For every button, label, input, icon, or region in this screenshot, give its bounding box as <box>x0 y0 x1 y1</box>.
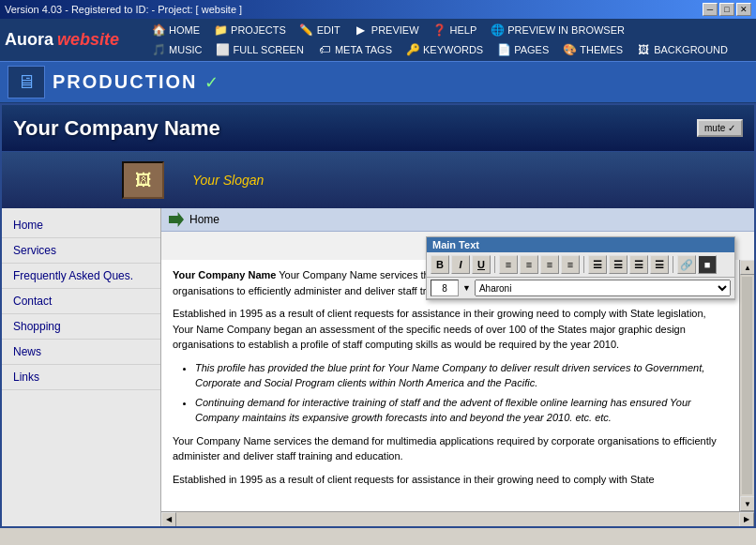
nav-home[interactable]: Home <box>2 213 160 238</box>
editor-panel: Home Main Text B I U ≡ ≡ ≡ ≡ <box>161 208 754 526</box>
scroll-left-button[interactable]: ◀ <box>161 512 176 527</box>
maximize-button[interactable]: □ <box>719 3 734 16</box>
background-button[interactable]: 🖼 BACKGROUND <box>632 41 732 58</box>
logo-website: website <box>57 30 119 50</box>
content-para-4: Established in 1995 as a result of clien… <box>173 472 728 488</box>
preview-browser-button[interactable]: 🌐 PREVIEW IN BROWSER <box>486 22 628 38</box>
preview-icon: ▶ <box>354 23 369 38</box>
projects-icon: 📁 <box>213 23 228 38</box>
content-list-item-2: Continuing demand for interactive traini… <box>195 395 728 426</box>
main-area: Your Company Name mute ✓ 🖼 Your Slogan H… <box>0 103 756 528</box>
text-format-toolbar: B I U ≡ ≡ ≡ ≡ ☰ ☰ ☰ ☰ 🔗 <box>427 252 734 278</box>
music-button[interactable]: 🎵 MUSIC <box>147 41 205 58</box>
edit-icon: ✏️ <box>299 23 314 38</box>
slogan-text: Your Slogan <box>192 173 264 188</box>
home-button[interactable]: 🏠 HOME <box>147 22 204 38</box>
horizontal-scrollbar[interactable]: ◀ ▶ <box>161 511 754 526</box>
font-select[interactable]: Aharoni Arial Times New Roman <box>475 280 731 296</box>
projects-button[interactable]: 📁 PROJECTS <box>209 22 290 38</box>
keywords-icon: 🔑 <box>405 42 420 57</box>
themes-button[interactable]: 🎨 THEMES <box>558 41 627 58</box>
link-button[interactable]: 🔗 <box>677 255 696 274</box>
underline-button[interactable]: U <box>472 255 491 274</box>
align-right-button[interactable]: ≡ <box>540 255 559 274</box>
nav-sidebar: Home Services Frequently Asked Ques. Con… <box>2 208 161 526</box>
scroll-thumb[interactable] <box>742 277 752 494</box>
content-para-3: Your Company Name services the demand fo… <box>173 433 728 464</box>
title-bar-label: Version 4.03 - Registered to ID: - Proje… <box>5 4 242 15</box>
nav-shopping[interactable]: Shopping <box>2 314 160 340</box>
italic-button[interactable]: I <box>451 255 470 274</box>
separator-2 <box>583 256 584 273</box>
fullscreen-icon: ⬜ <box>216 42 231 57</box>
app-logo: Auora website <box>5 30 119 50</box>
toolbar-buttons: 🏠 HOME 📁 PROJECTS ✏️ EDIT ▶ PREVIEW ❓ HE… <box>147 22 732 58</box>
font-size-arrow[interactable]: ▼ <box>462 283 471 293</box>
text-editor-title: Main Text <box>427 237 734 252</box>
list-button-3[interactable]: ☰ <box>629 255 648 274</box>
help-button[interactable]: ❓ HELP <box>429 22 481 38</box>
meta-tags-button[interactable]: 🏷 META TAGS <box>313 41 396 58</box>
nav-news[interactable]: News <box>2 340 160 365</box>
edit-button[interactable]: ✏️ EDIT <box>295 22 344 38</box>
align-left-button[interactable]: ≡ <box>499 255 518 274</box>
browser-icon: 🌐 <box>490 23 505 38</box>
align-center-button[interactable]: ≡ <box>520 255 538 274</box>
toolbar-row-2: 🎵 MUSIC ⬜ FULL SCREEN 🏷 META TAGS 🔑 KEYW… <box>147 41 732 58</box>
font-size-input[interactable] <box>431 280 459 296</box>
background-icon: 🖼 <box>636 42 651 57</box>
bold-button[interactable]: B <box>431 255 449 274</box>
fullscreen-button[interactable]: ⬜ FULL SCREEN <box>212 41 308 58</box>
breadcrumb-label: Home <box>189 213 219 226</box>
media-area: 🖼 Your Slogan <box>2 152 754 208</box>
align-justify-button[interactable]: ≡ <box>561 255 580 274</box>
music-icon: 🎵 <box>151 42 166 57</box>
content-body: Home Services Frequently Asked Ques. Con… <box>2 208 754 526</box>
title-bar: Version 4.03 - Registered to ID: - Proje… <box>0 0 756 19</box>
list-button-2[interactable]: ☰ <box>609 255 627 274</box>
keywords-button[interactable]: 🔑 KEYWORDS <box>401 41 487 58</box>
home-icon: 🏠 <box>151 23 166 38</box>
color-button[interactable]: ■ <box>698 255 717 274</box>
separator-3 <box>673 256 673 273</box>
production-check: ✓ <box>204 72 219 93</box>
scroll-right-button[interactable]: ▶ <box>739 512 754 527</box>
text-editor: Main Text B I U ≡ ≡ ≡ ≡ ☰ ☰ ☰ ☰ <box>426 236 735 300</box>
toolbar-row-1: 🏠 HOME 📁 PROJECTS ✏️ EDIT ▶ PREVIEW ❓ HE… <box>147 22 732 38</box>
breadcrumb-bar: Home <box>161 208 754 232</box>
content-list-item-1: This profile has provided the blue print… <box>195 360 728 391</box>
nav-faq[interactable]: Frequently Asked Ques. <box>2 264 160 289</box>
close-button[interactable]: ✕ <box>736 3 751 16</box>
nav-services[interactable]: Services <box>2 238 160 264</box>
mute-button[interactable]: mute ✓ <box>697 119 743 137</box>
production-icon: 🖥 <box>8 66 45 98</box>
scroll-down-button[interactable]: ▼ <box>740 496 754 511</box>
content-list: This profile has provided the blue print… <box>195 360 728 426</box>
logo-text: Auora <box>5 30 53 50</box>
production-bar: 🖥 PRODUCTION ✓ <box>0 61 756 103</box>
scroll-up-button[interactable]: ▲ <box>740 260 754 275</box>
title-bar-buttons: ─ □ ✕ <box>703 3 751 16</box>
separator-1 <box>494 256 495 273</box>
pages-icon: 📄 <box>496 42 511 57</box>
themes-icon: 🎨 <box>562 42 577 57</box>
nav-contact[interactable]: Contact <box>2 289 160 314</box>
help-icon: ❓ <box>432 23 447 38</box>
minimize-button[interactable]: ─ <box>703 3 718 16</box>
breadcrumb-arrow-icon <box>169 212 184 227</box>
pages-button[interactable]: 📄 PAGES <box>492 41 552 58</box>
font-row: ▼ Aharoni Arial Times New Roman <box>427 278 734 299</box>
vertical-scrollbar[interactable]: ▲ ▼ <box>739 260 754 511</box>
content-para-2: Established in 1995 as a result of clien… <box>173 306 728 353</box>
preview-panel: Your Company Name mute ✓ 🖼 Your Slogan H… <box>2 105 754 526</box>
main-toolbar: Auora website 🏠 HOME 📁 PROJECTS ✏️ EDIT … <box>0 19 756 61</box>
media-thumbnail[interactable]: 🖼 <box>122 161 164 199</box>
website-header: Your Company Name mute ✓ <box>2 105 754 152</box>
preview-button[interactable]: ▶ PREVIEW <box>350 22 423 38</box>
meta-tags-icon: 🏷 <box>317 42 332 57</box>
company-name: Your Company Name <box>13 116 220 141</box>
nav-links[interactable]: Links <box>2 365 160 390</box>
production-label: PRODUCTION <box>53 71 197 93</box>
list-button-4[interactable]: ☰ <box>650 255 669 274</box>
list-button-1[interactable]: ☰ <box>588 255 607 274</box>
